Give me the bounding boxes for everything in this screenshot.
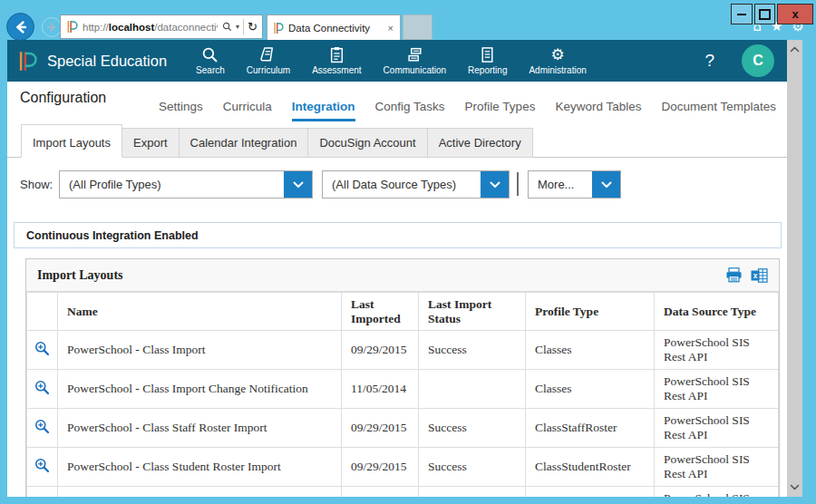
cell-profile-type: Classes [526,370,655,409]
cell-status: Success [419,409,526,448]
book-icon [259,46,277,63]
magnifier-plus-icon[interactable] [34,497,50,498]
address-bar[interactable]: http://localhost/dataconnectivitylay ▾ ↻ [60,15,263,39]
app-title: Special Education [47,53,167,70]
magnifier-plus-icon[interactable] [34,419,50,434]
tab-integration[interactable]: Integration [292,100,355,121]
table-row: PowerSchool - Class Import 09/29/2015 Su… [27,331,779,370]
tab-config-tasks[interactable]: Config Tasks [375,100,445,121]
address-bar-icons: ▾ ↻ [218,19,262,34]
excel-export-icon[interactable]: x [751,268,768,283]
refresh-icon[interactable]: ↻ [248,21,257,33]
nav-reporting[interactable]: Reporting [468,46,507,75]
communication-icon [406,46,423,63]
chevron-down-icon[interactable]: ▾ [236,23,239,31]
close-button[interactable]: x [777,4,813,24]
url-text: http://localhost/dataconnectivitylay [83,22,218,33]
cell-name: PowerSchool - Class Import Change Notifi… [58,370,342,409]
chevron-down-icon [490,181,500,189]
tab-title: Data Connectivity [288,23,370,34]
url-host: localhost [109,22,154,33]
subtab-active-directory[interactable]: Active Directory [428,128,533,158]
chevron-down-icon [601,181,612,189]
data-source-dropdown-button[interactable] [481,171,509,198]
tab-close-icon[interactable]: × [388,23,393,34]
more-label: More... [529,171,592,198]
table-row: PowerSchool - Class Import Change Notifi… [27,370,779,409]
powerschool-favicon [66,20,78,34]
filter-row: Show: (All Profile Types) (All Data Sour… [7,158,787,212]
tab-keyword-tables[interactable]: Keyword Tables [555,100,641,121]
cell-last-imported: 09/29/2015 [342,409,419,448]
back-arrow-icon [14,20,28,34]
cell-status [419,487,526,498]
url-prefix: http:// [83,22,109,33]
profile-type-dropdown-button[interactable] [284,171,312,198]
search-icon[interactable] [222,22,232,32]
header-nav: Search Curriculum Assessment Communicati… [196,46,587,75]
nav-communication[interactable]: Communication [384,46,446,75]
subtab-docusign-account[interactable]: DocuSign Account [308,128,427,158]
nav-search[interactable]: Search [196,46,225,75]
nav-assessment[interactable]: Assessment [312,46,361,75]
new-tab-button[interactable] [403,15,432,40]
clipboard-icon [328,46,345,63]
subtab-import-layouts[interactable]: Import Layouts [21,124,122,158]
magnifier-plus-icon[interactable] [34,380,50,395]
filter-separator [517,172,519,196]
maximize-button[interactable] [754,4,775,24]
more-dropdown-button[interactable] [592,171,620,198]
back-button[interactable] [6,13,34,41]
data-source-type-value: (All Data Source Types) [323,171,481,198]
scroll-up-button[interactable] [787,42,802,57]
app-header: Special Education Search Curriculum Asse… [7,40,787,82]
cell-profile-type: Classes [526,331,655,370]
magnifier-plus-icon[interactable] [34,458,50,473]
cell-last-imported: 11/05/2014 [342,370,419,409]
nav-curriculum[interactable]: Curriculum [247,46,290,75]
print-icon[interactable] [725,267,743,283]
forward-button[interactable] [42,17,62,37]
chevron-down-icon [293,181,304,189]
subtab-calendar-integration[interactable]: Calendar Integration [180,128,309,158]
col-profile-type: Profile Type [526,293,655,331]
url-path: /dataconnectivitylay [154,22,218,33]
cell-profile-type: ClassStudentRoster [526,448,655,487]
subtab-export[interactable]: Export [122,128,180,158]
tab-profile-types[interactable]: Profile Types [465,100,536,121]
table-row: PowerSchool - Class Staff Roster Import … [27,409,779,448]
data-source-type-select[interactable]: (All Data Source Types) [322,170,510,199]
panel-header: Import Layouts x [26,259,779,292]
profile-type-select[interactable]: (All Profile Types) [59,170,313,199]
tab-document-templates[interactable]: Document Templates [661,100,776,121]
cell-last-imported [342,487,419,498]
more-select[interactable]: More... [528,170,621,199]
report-document-icon [479,46,496,63]
import-layouts-table: Name Last Imported Last Import Status Pr… [26,292,779,497]
col-last-imported: Last Imported [342,293,419,331]
cell-status: Success [419,448,526,487]
table-row: PowerSchool - Class Student Roster Impor… [27,448,779,487]
vertical-scrollbar[interactable] [787,40,802,497]
divider [243,19,244,34]
tab-settings[interactable]: Settings [159,100,203,121]
cell-name: PowerSchool - Class Student Roster Impor… [58,448,342,487]
forward-arrow-icon [46,22,57,33]
minimize-button[interactable] [731,4,753,24]
col-actions [27,293,58,331]
cell-name: PowerSchool - Class Staff Roster Import [58,409,342,448]
avatar[interactable]: C [742,44,774,77]
chevron-down-icon [790,484,800,490]
maximize-icon [759,9,771,20]
browser-tab[interactable]: Data Connectivity × [267,15,401,40]
scroll-down-button[interactable] [787,480,802,495]
help-button[interactable]: ? [704,51,714,71]
configuration-header: Configuration Settings Curricula Integra… [7,82,787,121]
nav-label: Communication [384,65,446,75]
tab-curricula[interactable]: Curricula [223,100,272,121]
magnifier-plus-icon[interactable] [34,341,50,356]
nav-administration[interactable]: ⚙ Administration [529,46,586,75]
minimize-icon [737,14,746,15]
cell-data-source: PowerSchool SIS Rest API [655,487,779,498]
powerschool-logo [17,49,37,73]
